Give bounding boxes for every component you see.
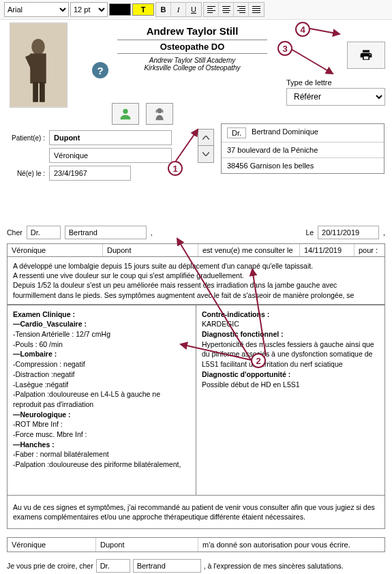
dob-label: Né(e) le : [5,170,45,177]
callout-4: 4 [295,22,310,37]
practitioner-schools: Andrew Taylor Still Academy Kirksville C… [117,54,267,74]
recipient-addr2: 38456 Garnison les belles [222,158,384,173]
visit-row: Véronique Dupont est venu(e) me consulte… [7,243,385,257]
font-select[interactable]: Arial [4,2,69,17]
svg-point-7 [157,108,162,113]
svg-point-6 [123,109,127,114]
salutation-name-input[interactable] [65,226,147,239]
spin-down-button[interactable] [198,146,214,163]
exam-column[interactable]: Examen Clinique : —Cardio_Vasculaire : -… [7,305,196,496]
letter-type-label: Type de lettre [286,78,385,88]
help-icon[interactable]: ? [92,62,108,78]
practitioner-role: Osteopathe DO [117,40,267,54]
patient-firstname-input[interactable] [49,148,172,163]
practitioner-name: Andrew Taylor Still [117,22,267,40]
salutation-title-input[interactable] [27,226,61,239]
salutation-cher: Cher [7,228,22,237]
callout-2: 2 [251,353,266,368]
closing-name-input[interactable] [133,559,201,573]
italic-button[interactable]: I [171,3,186,16]
spin-up-button[interactable] [198,129,214,146]
history-box[interactable]: A développé une lombalgie depuis 15 jour… [7,257,385,305]
recipient-name: Bertrand Dominique [252,127,318,138]
date-label: Le [305,228,314,237]
align-right-button[interactable] [234,3,249,16]
date-input[interactable] [318,226,379,239]
letter-type-select[interactable]: Référer [286,88,385,106]
callout-3: 3 [277,41,292,56]
patient-dob-input[interactable] [49,166,131,181]
svg-point-1 [31,39,45,55]
recipient-title: Dr. [227,127,246,138]
print-button[interactable] [347,42,385,69]
practitioner-photo [10,22,67,108]
avatar-female-icon[interactable] [146,103,173,125]
formatting-toolbar: Arial 12 pt T B I U [0,0,392,20]
recommendation-box[interactable]: Au vu de ces signes et symptômes, j'ai r… [7,496,385,529]
svg-rect-4 [33,82,38,102]
align-justify-button[interactable] [249,3,264,16]
diagnosis-column[interactable]: Contre-indications : KARDEGIC Diagnostic… [196,305,385,496]
text-color-swatch[interactable] [109,3,131,16]
align-center-button[interactable] [219,3,234,16]
patient-lastname-input[interactable] [49,130,172,145]
callout-1: 1 [168,161,183,176]
recipient-box: Dr.Bertrand Dominique 37 boulevard de la… [221,123,385,174]
patient-label: Patient(e) : [5,134,45,142]
recipient-addr1: 37 boulevard de la Péniche [222,142,384,158]
underline-button[interactable]: U [186,3,201,16]
printer-icon [359,48,374,62]
authorization-row: Véronique Dupont m'a donné son autorisat… [7,537,385,552]
closing-title-input[interactable] [96,559,130,573]
align-left-button[interactable] [204,3,219,16]
closing-post: , à l'expression de mes sincères salutat… [204,562,344,570]
highlight-color-swatch[interactable]: T [132,3,154,16]
bold-button[interactable]: B [156,3,171,16]
avatar-male-icon[interactable] [112,103,139,125]
font-size-select[interactable]: 12 pt [70,2,108,17]
svg-rect-5 [40,82,45,102]
letterhead: Andrew Taylor Still Osteopathe DO Andrew… [117,22,267,74]
closing-pre: Je vous prie de croire, cher [7,562,93,570]
